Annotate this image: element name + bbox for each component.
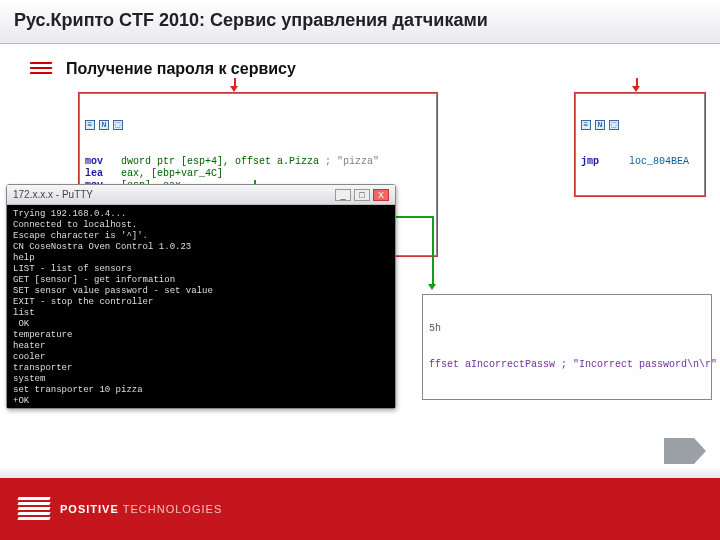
block-icon: ⬚ [113,120,123,130]
block-icon: ≡ [85,120,95,130]
page-title: Рус.Крипто CTF 2010: Сервис управления д… [14,10,706,31]
brand-logo: POSITIVE TECHNOLOGIES [18,497,222,521]
terminal-body[interactable]: Trying 192.168.0.4... Connected to local… [7,205,395,408]
minimize-button[interactable]: _ [335,189,351,201]
brand-word: POSITIVE [60,503,119,515]
title-bar: Рус.Крипто CTF 2010: Сервис управления д… [0,0,720,44]
subtitle: Получение пароля к сервису [66,60,296,78]
brand-word: TECHNOLOGIES [123,503,222,515]
next-arrow-icon[interactable] [664,438,694,464]
footer-bar: POSITIVE TECHNOLOGIES [0,478,720,540]
subtitle-row: Получение пароля к сервису [30,60,712,78]
close-button[interactable]: X [373,189,389,201]
terminal-titlebar[interactable]: 172.x.x.x - PuTTY _ □ X [7,185,395,205]
disasm-line: lea eax, [ebp+var_4C] [85,168,431,180]
terminal-window[interactable]: 172.x.x.x - PuTTY _ □ X Trying 192.168.0… [6,184,396,409]
operand: loc_804BEA [629,156,689,167]
partial-line: ffset aIncorrectPassw ; "Incorrect passw… [429,359,717,370]
disasm-block-right: ≡ N ⬚ jmp loc_804BEA [574,92,706,197]
diagram-canvas: ≡ N ⬚ mov dword ptr [esp+4], offset a.Pi… [6,84,714,414]
block-icon: N [99,120,109,130]
maximize-button[interactable]: □ [354,189,370,201]
brand-text: POSITIVE TECHNOLOGIES [60,503,222,515]
partial-line: 5h [429,323,705,335]
block-icon: ≡ [581,120,591,130]
arrow-head-icon [428,284,436,290]
bullet-icon [30,62,52,76]
flow-arrow-true [432,216,434,286]
terminal-title: 172.x.x.x - PuTTY [13,189,93,200]
disasm-line: mov dword ptr [esp+4], offset a.Pizza ; … [85,156,431,168]
disasm-block-partial: 5h ffset aIncorrectPassw ; "Incorrect pa… [422,294,712,400]
block-icon: ⬚ [609,120,619,130]
brand-stripes-icon [18,497,50,521]
block-icon: N [595,120,605,130]
mnemonic: jmp [581,156,599,167]
